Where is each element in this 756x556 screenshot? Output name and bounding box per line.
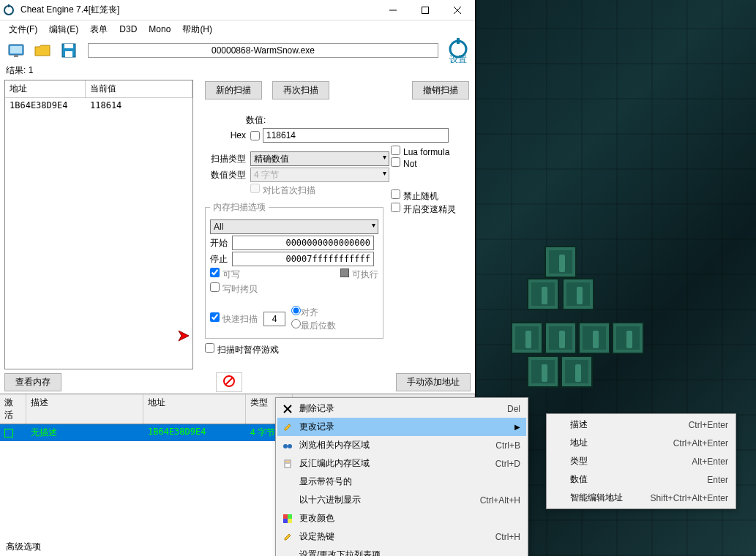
- svg-rect-8: [14, 55, 18, 57]
- results-list[interactable]: 地址 当前值 1B64E38D9E4 118614: [4, 80, 193, 369]
- binoculars-icon: [280, 440, 295, 451]
- view-memory-button[interactable]: 查看内存: [4, 373, 61, 391]
- app-icon: [1, 3, 16, 18]
- compare-first-check: 对比首次扫描: [250, 184, 315, 197]
- new-scan-button[interactable]: 新的扫描: [205, 81, 262, 99]
- color-swatch-icon: [280, 513, 295, 525]
- sub-value[interactable]: 数值Enter: [548, 470, 734, 489]
- ctx-change-color[interactable]: 更改颜色: [277, 509, 526, 527]
- submenu-arrow-icon: ▶: [514, 423, 520, 431]
- pause-game-check[interactable]: 扫描时暂停游戏: [205, 343, 279, 356]
- not-check[interactable]: Not: [391, 159, 417, 169]
- results-count: 结果: 1: [0, 63, 475, 78]
- add-address-manual-button[interactable]: 手动添加地址: [396, 373, 471, 391]
- row-active-checkbox[interactable]: [0, 424, 26, 441]
- value-type-select: 4 字节: [250, 168, 389, 182]
- svg-point-19: [283, 444, 288, 448]
- next-scan-button[interactable]: 再次扫描: [272, 81, 329, 99]
- lua-formula-check[interactable]: Lua formula: [391, 147, 449, 157]
- process-name-bar[interactable]: 00000868-WarmSnow.exe: [88, 43, 438, 58]
- svg-rect-3: [422, 7, 429, 13]
- add-to-list-arrow-icon[interactable]: [176, 328, 192, 344]
- change-submenu: 描述Ctrl+Enter 地址Ctrl+Alt+Enter 类型Alt+Ente…: [546, 413, 736, 509]
- row-desc: 无描述: [26, 424, 143, 441]
- th-desc[interactable]: 描述: [26, 394, 143, 424]
- ctx-hotkey[interactable]: 设定热键Ctrl+H: [277, 527, 526, 546]
- ctx-show-signed[interactable]: 显示带符号的: [277, 473, 526, 491]
- memory-scan-options: 内存扫描选项 All 开始 停止 可写 可执行 写时拷贝 快速扫描 对齐 最后位…: [205, 201, 383, 339]
- sub-description[interactable]: 描述Ctrl+Enter: [548, 416, 734, 434]
- menu-table[interactable]: 表单: [84, 21, 113, 38]
- value-input[interactable]: [263, 128, 449, 143]
- result-address: 1B64E38D9E4: [5, 98, 86, 113]
- results-header: 地址 当前值: [5, 80, 192, 98]
- svg-rect-10: [64, 44, 73, 48]
- svg-rect-1: [8, 4, 10, 7]
- start-label: 开始: [210, 237, 232, 249]
- stop-input[interactable]: [232, 252, 374, 266]
- ctx-change[interactable]: 更改记录▶: [277, 418, 526, 436]
- close-button[interactable]: [441, 0, 474, 20]
- last-digits-radio[interactable]: 最后位数: [291, 320, 336, 331]
- ctx-disassemble[interactable]: 反汇编此内存区域Ctrl+D: [277, 454, 526, 473]
- sub-type[interactable]: 类型Alt+Enter: [548, 452, 734, 470]
- hex-checkbox[interactable]: [250, 131, 260, 140]
- sub-smart-edit[interactable]: 智能编辑地址Shift+Ctrl+Alt+Enter: [548, 489, 734, 507]
- ce-logo-settings[interactable]: 设置: [446, 38, 471, 63]
- maximize-button[interactable]: [409, 0, 441, 20]
- svg-line-16: [225, 377, 233, 385]
- open-process-button[interactable]: [4, 40, 28, 61]
- menu-help[interactable]: 帮助(H): [176, 21, 218, 38]
- scan-type-select[interactable]: 精确数值: [250, 151, 389, 166]
- context-menu: 删除记录Del 更改记录▶ 浏览相关内存区域Ctrl+B 反汇编此内存区域Ctr…: [275, 397, 528, 556]
- ctx-dropdown[interactable]: 设置/更改下拉列表项: [277, 546, 526, 556]
- scan-type-label: 扫描类型: [205, 153, 246, 165]
- minimize-button[interactable]: [377, 0, 409, 20]
- random-check[interactable]: 禁止随机: [391, 191, 438, 201]
- th-active[interactable]: 激活: [0, 394, 26, 424]
- menu-edit[interactable]: 编辑(E): [43, 21, 84, 38]
- sub-address[interactable]: 地址Ctrl+Alt+Enter: [548, 434, 734, 452]
- fast-scan-value[interactable]: [263, 312, 285, 326]
- col-value[interactable]: 当前值: [86, 80, 192, 97]
- fast-scan-check[interactable]: 快速扫描: [210, 312, 258, 326]
- edit-icon: [280, 531, 295, 543]
- window-title: Cheat Engine 7.4[虹笼丧]: [20, 4, 377, 16]
- scan-panel: 新的扫描 再次扫描 撤销扫描 数值: Hex 扫描类型 精确数值 数值类型 4 …: [193, 78, 475, 371]
- row-addr: 1B64E38D9E4: [143, 424, 246, 441]
- align-radio[interactable]: 对齐: [291, 307, 318, 318]
- svg-rect-26: [283, 519, 288, 523]
- no-entry-icon[interactable]: [216, 372, 242, 392]
- stop-label: 停止: [210, 253, 232, 266]
- menu-d3d[interactable]: D3D: [113, 22, 143, 37]
- start-input[interactable]: [232, 236, 374, 250]
- toolbar: 00000868-WarmSnow.exe 设置: [0, 38, 475, 63]
- executable-check[interactable]: 可执行: [340, 268, 378, 281]
- writable-check[interactable]: 可写: [210, 268, 240, 281]
- mem-region-select[interactable]: All: [210, 219, 378, 234]
- svg-point-20: [288, 444, 292, 448]
- open-file-button[interactable]: [31, 40, 54, 61]
- edit-icon: [280, 421, 295, 433]
- ctx-show-hex[interactable]: 以十六进制显示Ctrl+Alt+H: [277, 491, 526, 509]
- ctx-browse-memory[interactable]: 浏览相关内存区域Ctrl+B: [277, 436, 526, 454]
- undo-scan-button[interactable]: 撤销扫描: [412, 81, 469, 99]
- svg-rect-24: [283, 514, 288, 519]
- th-addr[interactable]: 地址: [143, 394, 246, 424]
- value-type-label: 数值类型: [205, 169, 246, 181]
- cow-check[interactable]: 写时拷贝: [210, 282, 258, 296]
- menu-file[interactable]: 文件(F): [3, 21, 43, 38]
- save-button[interactable]: [57, 40, 81, 61]
- col-address[interactable]: 地址: [5, 80, 86, 97]
- menu-mono[interactable]: Mono: [143, 22, 176, 37]
- svg-rect-25: [288, 514, 292, 519]
- svg-rect-13: [457, 38, 460, 44]
- menubar: 文件(F) 编辑(E) 表单 D3D Mono 帮助(H): [0, 20, 475, 38]
- svg-rect-27: [288, 519, 292, 523]
- results-row[interactable]: 1B64E38D9E4 118614: [5, 98, 192, 113]
- ctx-delete[interactable]: 删除记录Del: [277, 399, 526, 418]
- process-name: 00000868-WarmSnow.exe: [212, 45, 315, 56]
- speedhack-check[interactable]: 开启变速精灵: [391, 204, 456, 214]
- svg-rect-7: [10, 46, 22, 53]
- document-icon: [280, 458, 295, 470]
